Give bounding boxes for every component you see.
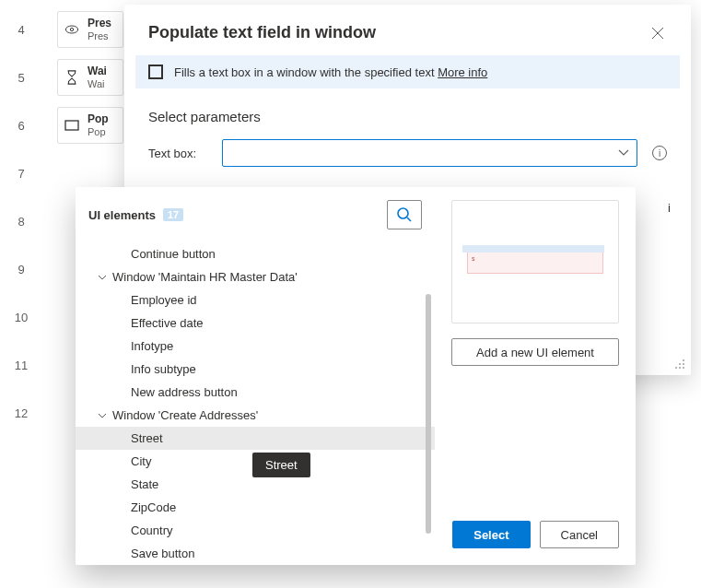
tree-node[interactable]: Continue button (76, 242, 435, 265)
step-card[interactable]: PresPres (57, 11, 123, 48)
cursor-icon (64, 21, 80, 38)
step-number: 8 (13, 215, 29, 229)
info-bar: Fills a text box in a window with the sp… (135, 55, 680, 88)
svg-point-6 (683, 367, 684, 369)
element-preview: s (451, 200, 619, 323)
tree-node[interactable]: Effective date (76, 312, 435, 335)
step-number: 4 (13, 23, 29, 37)
params-heading: Select parameters (124, 88, 691, 132)
select-button[interactable]: Select (452, 521, 530, 548)
svg-point-0 (65, 26, 77, 33)
tree-group[interactable]: Window 'Maintain HR Master Data' (76, 265, 435, 288)
step-card[interactable]: PopPop (57, 107, 123, 144)
tree-node[interactable]: ZipCode (76, 496, 435, 519)
resize-grip-icon[interactable] (674, 359, 685, 370)
textbox-label: Text box: (148, 147, 207, 160)
step-number: 7 (13, 167, 29, 181)
svg-point-4 (683, 363, 684, 365)
tree-node[interactable]: Info subtype (76, 358, 435, 381)
chevron-down-icon (98, 411, 107, 420)
cancel-button[interactable]: Cancel (540, 521, 619, 548)
svg-point-5 (679, 363, 681, 365)
textbox-param-row: Text box: i (124, 132, 691, 174)
tree-node[interactable]: Employee id (76, 288, 435, 312)
tree-node[interactable]: State (76, 473, 435, 496)
preview-field: s (467, 250, 603, 274)
add-ui-element-button[interactable]: Add a new UI element (451, 338, 619, 366)
tree-node-selected[interactable]: Street (76, 427, 435, 450)
chevron-down-icon (98, 273, 107, 282)
close-button[interactable] (648, 24, 667, 42)
textbox-combo[interactable] (222, 139, 637, 167)
scrollbar[interactable] (426, 294, 431, 534)
picker-heading: UI elements (88, 208, 156, 222)
rect-icon (64, 117, 80, 134)
tree-node[interactable]: New address button (76, 381, 435, 404)
step-row[interactable]: 4 PresPres (0, 6, 133, 53)
tree-node[interactable]: Country (76, 519, 435, 542)
chevron-down-icon (618, 149, 629, 157)
svg-point-7 (679, 367, 681, 369)
ui-elements-tree: Continue button Window 'Maintain HR Mast… (76, 239, 435, 578)
step-number: 9 (13, 263, 29, 276)
ui-elements-picker: UI elements 17 Continue button Window 'M… (76, 187, 636, 565)
dialog-title: Populate text field in window (148, 23, 376, 42)
step-row[interactable]: 6 PopPop (0, 101, 133, 149)
info-icon[interactable]: i (652, 146, 667, 160)
step-card[interactable]: WaiWai (57, 59, 123, 96)
tree-node[interactable]: City (76, 450, 435, 473)
step-number: 6 (13, 119, 29, 133)
svg-point-3 (683, 359, 684, 361)
svg-point-9 (398, 208, 408, 218)
svg-point-8 (675, 367, 677, 369)
element-count-badge: 17 (163, 208, 183, 221)
svg-point-1 (70, 28, 73, 30)
tree-group[interactable]: Window 'Create Addresses' (76, 404, 435, 427)
tree-node[interactable]: Save button (76, 542, 435, 565)
step-number: 5 (13, 71, 29, 85)
step-row[interactable]: 5 WaiWai (0, 53, 133, 101)
svg-rect-2 (65, 121, 78, 130)
search-icon (396, 206, 413, 223)
hourglass-icon (64, 69, 80, 86)
search-button[interactable] (387, 200, 422, 229)
step-number: 12 (13, 406, 29, 420)
tree-node[interactable]: Infotype (76, 335, 435, 358)
info-icon[interactable]: i (668, 201, 671, 215)
more-info-link[interactable]: More info (438, 65, 487, 79)
square-icon (148, 65, 163, 79)
step-number: 11 (13, 359, 29, 372)
step-number: 10 (13, 311, 29, 324)
